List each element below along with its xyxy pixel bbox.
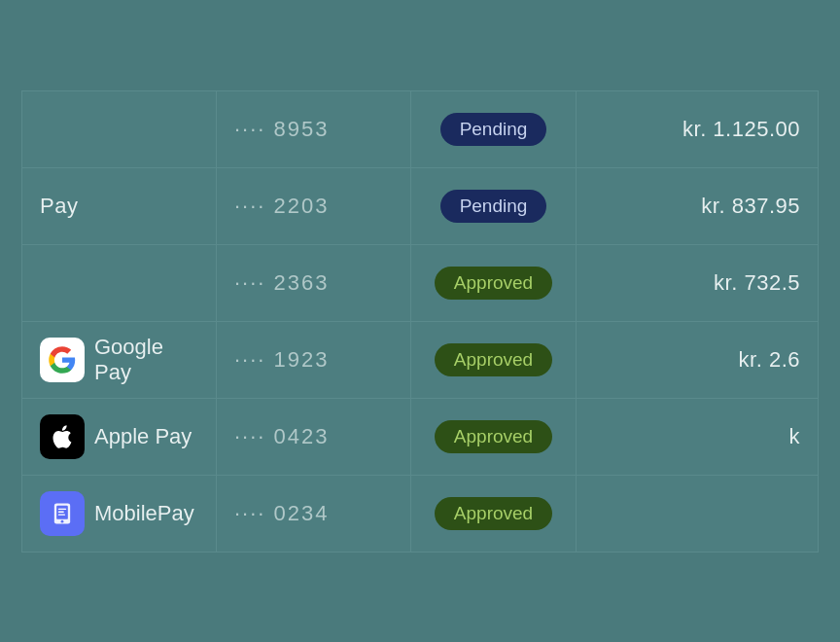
amount-text: kr. 837.95 xyxy=(701,194,800,219)
table-row[interactable]: Google Pay ···· 1923 Approved kr. 2.6 xyxy=(21,322,819,399)
payment-method-text: Pay xyxy=(40,194,78,219)
payment-method-cell xyxy=(22,245,217,321)
status-badge: Approved xyxy=(435,420,552,453)
transactions-table: ···· 8953 Pending kr. 1.125.00 Pay ···· … xyxy=(21,90,819,553)
status-badge: Approved xyxy=(435,267,552,300)
card-number-cell: ···· 8953 xyxy=(217,91,411,167)
table-row[interactable]: Pay ···· 2203 Pending kr. 837.95 xyxy=(21,168,819,245)
amount-text: k xyxy=(789,424,801,449)
payment-logo: Apple Pay xyxy=(40,414,192,459)
status-cell: Approved xyxy=(411,476,577,552)
mobilepay-icon xyxy=(40,491,85,536)
status-cell: Pending xyxy=(411,91,577,167)
amount-cell: kr. 1.125.00 xyxy=(577,91,818,167)
payment-method-cell: Pay xyxy=(22,168,217,244)
status-badge: Approved xyxy=(435,497,552,530)
card-number-cell: ···· 1923 xyxy=(217,322,411,398)
table-row[interactable]: ···· 8953 Pending kr. 1.125.00 xyxy=(21,90,819,168)
status-badge: Pending xyxy=(440,190,547,223)
status-cell: Pending xyxy=(411,168,577,244)
payment-method-cell: Apple Pay xyxy=(22,399,217,475)
svg-point-2 xyxy=(61,519,64,522)
table-row[interactable]: Apple Pay ···· 0423 Approved k xyxy=(21,399,819,476)
google-pay-icon xyxy=(40,338,85,382)
payment-method-text: Apple Pay xyxy=(94,424,192,449)
card-number-text: ···· 1923 xyxy=(234,347,330,373)
payment-method-text: Google Pay xyxy=(94,335,198,385)
payment-logo: Google Pay xyxy=(40,335,198,385)
card-number-cell: ···· 2203 xyxy=(217,168,411,244)
card-number-text: ···· 8953 xyxy=(234,117,330,142)
payment-method-cell: MobilePay xyxy=(22,476,217,552)
amount-cell: kr. 2.6 xyxy=(577,322,818,398)
status-cell: Approved xyxy=(411,245,577,321)
amount-cell xyxy=(577,476,818,552)
card-number-cell: ···· 0423 xyxy=(217,399,411,475)
card-number-cell: ···· 0234 xyxy=(217,476,411,552)
amount-text: kr. 2.6 xyxy=(739,347,800,373)
status-badge: Approved xyxy=(435,343,552,376)
payment-method-text: MobilePay xyxy=(94,501,194,526)
payment-method-cell xyxy=(22,91,217,167)
status-cell: Approved xyxy=(411,322,577,398)
amount-cell: kr. 837.95 xyxy=(577,168,818,244)
amount-text: kr. 732.5 xyxy=(714,270,800,296)
payment-method-cell: Google Pay xyxy=(22,322,217,398)
payment-logo: MobilePay xyxy=(40,491,194,536)
apple-pay-icon xyxy=(40,414,85,459)
amount-cell: kr. 732.5 xyxy=(577,245,818,321)
card-number-cell: ···· 2363 xyxy=(217,245,411,321)
card-number-text: ···· 2203 xyxy=(234,194,330,219)
card-number-text: ···· 0234 xyxy=(234,501,330,526)
table-row[interactable]: ···· 2363 Approved kr. 732.5 xyxy=(21,245,819,322)
card-number-text: ···· 2363 xyxy=(234,270,330,296)
amount-cell: k xyxy=(577,399,818,475)
table-row[interactable]: MobilePay ···· 0234 Approved xyxy=(21,476,819,553)
status-badge: Pending xyxy=(440,113,547,146)
amount-text: kr. 1.125.00 xyxy=(682,117,800,142)
status-cell: Approved xyxy=(411,399,577,475)
card-number-text: ···· 0423 xyxy=(234,424,330,449)
